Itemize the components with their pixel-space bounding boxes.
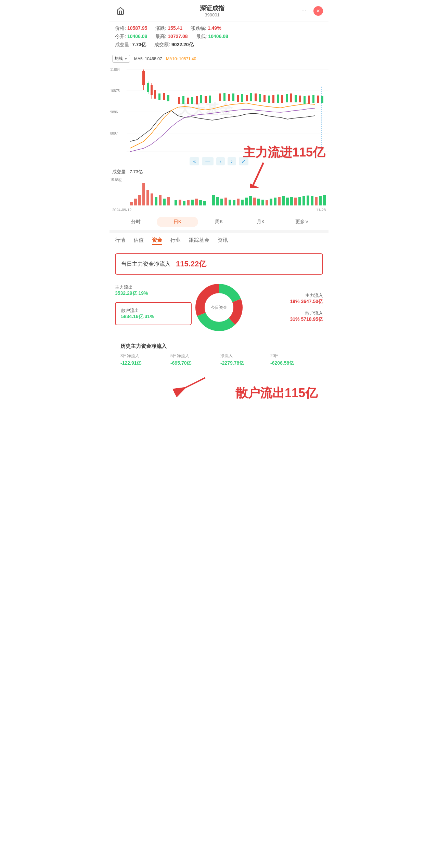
svg-rect-19 [154,90,156,99]
svg-rect-85 [253,198,256,205]
history-10d-value: -2279.78亿 [220,360,268,366]
svg-rect-20 [158,93,160,100]
tab-dayk[interactable]: 日K [157,217,198,227]
arrow-2 [171,371,212,398]
svg-rect-45 [281,95,283,103]
nav-tab-market[interactable]: 行情 [115,237,125,245]
svg-rect-44 [277,95,279,103]
amount-label: 成交额: [154,42,170,48]
main-inflow-values: 19% 3647.50亿 [246,299,323,305]
nav-forward[interactable]: › [228,157,236,165]
chart-date-start: 2024-09-12 [112,208,131,212]
main-flow-value: 115.22亿 [176,259,206,269]
nav-tab-industry[interactable]: 行业 [170,237,181,245]
nav-back[interactable]: ‹ [216,157,225,165]
svg-rect-81 [237,199,240,205]
volume-value: 7.73亿 [132,42,146,48]
svg-rect-65 [163,199,166,205]
nav-tab-fund[interactable]: 资金 [152,237,162,245]
history-title: 历史主力资金净流入 [120,343,318,350]
svg-text:8897: 8897 [110,131,118,135]
svg-rect-66 [167,197,170,205]
svg-rect-54 [321,96,323,103]
tab-more[interactable]: 更多∨ [281,217,323,227]
high-value: 10727.08 [168,34,188,40]
history-5d-label: 5日净流入 [170,353,218,359]
nav-dash[interactable]: — [202,157,214,165]
svg-rect-60 [142,183,145,205]
svg-rect-98 [307,196,309,205]
retail-inflow-label: 散户流入 [246,310,323,316]
nav-tab-tracking[interactable]: 跟踪基金 [189,237,209,245]
nav-tab-news[interactable]: 资讯 [218,237,228,245]
svg-rect-89 [270,199,272,205]
svg-rect-37 [246,95,248,101]
svg-rect-82 [241,200,244,205]
svg-rect-59 [138,195,141,205]
header: 深证成指 399001 ··· ✕ [110,0,328,22]
more-button[interactable]: ··· [298,5,309,16]
amount-value: 9022.20亿 [171,42,194,48]
low-label: 最低: [196,34,207,40]
svg-rect-79 [229,200,231,205]
tab-yuek[interactable]: 月K [240,217,282,227]
tab-zhouk[interactable]: 周K [198,217,240,227]
history-20d-label: 20日 [270,353,318,359]
svg-rect-95 [294,198,297,205]
svg-line-112 [175,378,205,393]
svg-rect-27 [196,96,198,104]
svg-rect-41 [263,95,266,102]
header-title: 深证成指 [200,4,224,12]
svg-rect-62 [151,193,153,205]
svg-rect-38 [250,93,252,101]
svg-rect-74 [203,201,206,205]
history-item-20d: 20日 -6206.58亿 [270,353,318,366]
svg-rect-76 [216,197,219,205]
tab-fenshi[interactable]: 分时 [115,217,157,227]
svg-rect-40 [259,94,261,102]
retail-inflow-values: 31% 5718.95亿 [246,316,323,323]
history-grid: 3日净流入 -122.91亿 5日净流入 -695.70亿 净流入 -2279.… [120,353,318,366]
candlestick-chart[interactable]: 11864 10875 9886 8897 天天基金 [110,66,328,155]
flow-right: 主力流入 19% 3647.50亿 散户流入 31% 5718.95亿 [246,292,323,323]
main-outflow-label: 主力流出 [115,284,192,290]
bottom-annotation-area: 散户流出115亿 [110,375,328,412]
section-divider-1 [110,230,328,233]
history-item-10d: 净流入 -2279.78亿 [220,353,268,366]
svg-rect-73 [199,200,202,205]
nav-fast-back[interactable]: « [190,157,199,165]
chart-date-end: 11-28 [316,208,326,212]
svg-rect-102 [323,195,326,205]
ma10-label: MA10: 10571.40 [166,56,196,61]
svg-rect-87 [261,200,264,205]
nav-tab-valuation[interactable]: 估值 [133,237,144,245]
svg-rect-47 [290,93,292,102]
svg-rect-101 [319,196,322,205]
svg-rect-16 [151,85,153,95]
svg-rect-32 [223,93,226,101]
svg-rect-31 [219,93,221,101]
change-label: 涨跌: [155,25,166,32]
svg-rect-24 [182,96,184,104]
annotation-retail-flow: 散户流出115亿 [230,381,323,405]
svg-rect-50 [304,96,306,104]
svg-rect-70 [187,200,190,205]
svg-rect-100 [315,197,318,205]
home-icon[interactable] [115,5,126,16]
svg-rect-86 [257,199,260,205]
svg-rect-13 [147,83,149,92]
svg-rect-36 [241,94,243,102]
ma-selector-label: 均线 [115,56,123,62]
history-3d-label: 3日净流入 [120,353,168,359]
svg-rect-51 [308,96,310,104]
svg-rect-26 [191,97,193,104]
change-pct-value: 1.49% [208,25,221,32]
close-button[interactable]: ✕ [313,6,323,16]
change-value: 155.41 [168,25,182,32]
svg-rect-91 [278,197,281,205]
ma5-label: MA5: 10468.07 [134,56,162,61]
ma-selector[interactable]: 均线 ▼ [112,55,130,63]
svg-rect-29 [205,96,207,103]
svg-rect-84 [249,196,252,205]
svg-rect-94 [290,197,293,205]
